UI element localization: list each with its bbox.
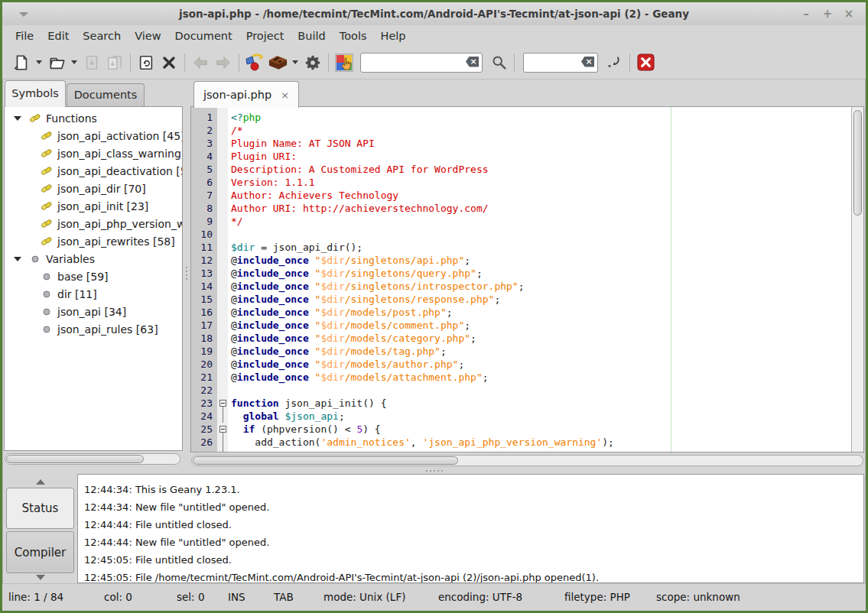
tree-item[interactable]: json_api [34]	[5, 303, 182, 320]
execute-button[interactable]	[301, 50, 324, 75]
goto-line-button[interactable]	[603, 50, 626, 75]
tab-status[interactable]: Status	[6, 488, 74, 529]
message-window-splitter[interactable]	[2, 468, 866, 474]
tree-group-functions[interactable]: Functions	[5, 109, 182, 127]
line-number: 5	[191, 163, 217, 176]
color-chooser-button[interactable]	[333, 50, 356, 75]
tree-item[interactable]: json_api_rewrites [58]	[5, 232, 182, 250]
tree-item[interactable]: json_api_dir [70]	[5, 180, 182, 197]
sidebar-horizontal-scrollbar[interactable]	[5, 453, 180, 465]
code-line[interactable]: 23function json_api_init() {	[191, 397, 851, 410]
menu-search[interactable]: Search	[76, 28, 128, 44]
new-file-button[interactable]	[10, 50, 33, 75]
code-line[interactable]: 16@include_once "$dir/models/post.php";	[191, 306, 851, 319]
tabs-scroll-up-icon[interactable]	[36, 479, 45, 485]
code-line[interactable]: 3Plugin Name: AT JSON API	[191, 137, 851, 150]
open-file-button[interactable]	[45, 50, 68, 75]
tree-item[interactable]: base [59]	[5, 268, 182, 285]
code-line[interactable]: 11$dir = json_api_dir();	[191, 241, 851, 254]
code-line[interactable]: 13@include_once "$dir/singletons/query.p…	[191, 267, 851, 280]
scrollbar-thumb[interactable]	[6, 455, 144, 463]
code-line[interactable]: 14@include_once "$dir/singletons/introsp…	[191, 280, 851, 293]
code-line[interactable]: 17@include_once "$dir/models/comment.php…	[191, 319, 851, 332]
code-line[interactable]: 1<?php	[191, 111, 851, 124]
code-line[interactable]: 2/*	[191, 124, 851, 137]
tree-item[interactable]: json_api_init [23]	[5, 197, 182, 215]
code-line[interactable]: 19@include_once "$dir/models/tag.php";	[191, 345, 851, 358]
code-line[interactable]: 5Description: A Customized API for WordP…	[191, 163, 851, 176]
open-file-dropdown[interactable]	[68, 50, 80, 75]
forward-button[interactable]	[212, 50, 235, 75]
symbols-tree[interactable]: Functionsjson_api_activation [45]json_ap…	[4, 106, 183, 451]
save-all-button[interactable]	[103, 50, 126, 75]
menu-document[interactable]: Document	[168, 28, 239, 44]
tree-group-variables[interactable]: Variables	[5, 250, 182, 268]
code-text: @include_once "$dir/singletons/introspec…	[228, 280, 525, 293]
tree-item[interactable]: json_api_class_warning [41]	[5, 144, 182, 162]
code-line[interactable]: 26 add_action('admin_notices', 'json_api…	[191, 436, 851, 449]
menu-tools[interactable]: Tools	[333, 28, 374, 44]
code-line[interactable]: 8Author URI: http://achieverstechnology.…	[191, 202, 851, 215]
scrollbar-thumb[interactable]	[853, 110, 862, 216]
menu-build[interactable]: Build	[291, 28, 332, 44]
menu-view[interactable]: View	[128, 28, 167, 44]
save-button[interactable]	[80, 50, 103, 75]
code-line[interactable]: 10	[191, 228, 851, 241]
expander-icon[interactable]	[14, 257, 21, 261]
tree-item[interactable]: json_api_rules [63]	[5, 320, 182, 338]
tabs-scroll-down-icon[interactable]	[36, 575, 45, 580]
minimize-button[interactable]: –	[795, 7, 817, 21]
editor-vertical-scrollbar[interactable]	[851, 107, 863, 452]
code-line[interactable]: 22	[191, 384, 851, 397]
line-number: 7	[191, 189, 217, 202]
scrollbar-thumb[interactable]	[193, 456, 458, 465]
close-file-button[interactable]	[158, 50, 180, 75]
code-line[interactable]: 25 if (phpversion() < 5) {	[191, 423, 851, 436]
line-number: 26	[191, 436, 217, 449]
back-button[interactable]	[189, 50, 212, 75]
menu-project[interactable]: Project	[239, 28, 291, 44]
editor-horizontal-scrollbar[interactable]	[191, 455, 863, 466]
tree-item[interactable]: json_api_activation [45]	[5, 127, 182, 144]
sidebar-splitter[interactable]	[183, 79, 190, 468]
code-editor[interactable]: 1<?php2/*3Plugin Name: AT JSON API4Plugi…	[190, 106, 864, 452]
quit-button[interactable]	[634, 50, 657, 75]
code-line[interactable]: 20@include_once "$dir/models/author.php"…	[191, 358, 851, 371]
code-line[interactable]: 7Author: Achievers Technology	[191, 189, 851, 202]
code-line[interactable]: 21@include_once "$dir/models/attachment.…	[191, 371, 851, 384]
tree-item[interactable]: dir [11]	[5, 285, 182, 303]
tab-close-icon[interactable]: ×	[281, 89, 289, 101]
fold-collapse-icon[interactable]	[219, 426, 226, 433]
compile-button[interactable]	[243, 50, 266, 75]
tree-item[interactable]: json_api_php_version_warnin	[5, 215, 182, 232]
tab-compiler[interactable]: Compiler	[6, 531, 74, 573]
menu-help[interactable]: Help	[374, 28, 413, 44]
tab-symbols[interactable]: Symbols	[5, 80, 66, 107]
tree-item[interactable]: json_api_deactivation [52]	[5, 162, 182, 180]
menu-file[interactable]: File	[8, 28, 41, 44]
code-line[interactable]: 4Plugin URI:	[191, 150, 851, 163]
expander-icon[interactable]	[14, 116, 21, 121]
fold-collapse-icon[interactable]	[219, 400, 226, 407]
maximize-button[interactable]: +	[817, 7, 838, 21]
close-button[interactable]: ×	[838, 7, 860, 21]
code-line[interactable]: 9*/	[191, 215, 851, 228]
revert-button[interactable]	[135, 50, 158, 75]
code-text: Version: 1.1.1	[228, 176, 315, 189]
code-line[interactable]: 24 global $json_api;	[191, 410, 851, 423]
tab-json-api-php[interactable]: json-api.php ×	[193, 81, 299, 108]
code-line[interactable]: 12@include_once "$dir/singletons/api.php…	[191, 254, 851, 267]
build-button[interactable]	[266, 50, 289, 75]
new-file-dropdown[interactable]	[33, 50, 45, 75]
code-line[interactable]: 15@include_once "$dir/singletons/respons…	[191, 293, 851, 306]
code-line[interactable]: 18@include_once "$dir/models/category.ph…	[191, 332, 851, 345]
menu-edit[interactable]: Edit	[41, 28, 76, 44]
code-line[interactable]: 6Version: 1.1.1	[191, 176, 851, 189]
search-input[interactable]	[360, 53, 483, 73]
code-text: Description: A Customized API for WordPr…	[228, 163, 489, 176]
search-button[interactable]	[487, 50, 510, 75]
tab-documents[interactable]: Documents	[67, 83, 145, 107]
build-dropdown[interactable]	[289, 50, 301, 75]
code-line[interactable]: 27 return;	[191, 449, 851, 452]
code-text: Plugin URI:	[228, 150, 297, 163]
